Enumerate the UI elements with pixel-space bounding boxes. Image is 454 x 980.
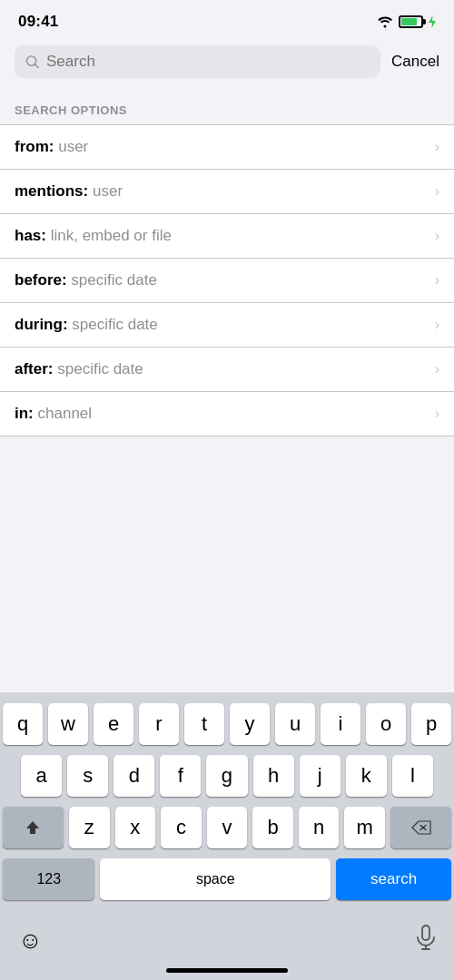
- space-key[interactable]: space: [100, 858, 331, 900]
- key-g[interactable]: g: [206, 755, 247, 797]
- chevron-icon: ›: [435, 361, 439, 377]
- svg-rect-4: [422, 926, 429, 940]
- option-text: during: specific date: [15, 316, 158, 334]
- key-u[interactable]: u: [275, 703, 315, 745]
- home-bar: [166, 968, 288, 973]
- key-row-2: a s d f g h j k l: [3, 755, 451, 797]
- battery-icon: [399, 15, 423, 28]
- key-z[interactable]: z: [69, 807, 110, 848]
- option-row[interactable]: from: user ›: [0, 125, 454, 170]
- key-m[interactable]: m: [344, 807, 385, 848]
- option-row[interactable]: before: specific date ›: [0, 259, 454, 303]
- search-key[interactable]: search: [336, 858, 451, 900]
- key-row-4: 123 space search: [3, 858, 451, 900]
- chevron-icon: ›: [435, 139, 439, 155]
- option-text: has: link, embed or file: [15, 227, 172, 245]
- key-l[interactable]: l: [392, 755, 433, 797]
- home-indicator: [0, 965, 454, 980]
- mic-button[interactable]: [412, 921, 439, 959]
- bottom-toolbar: ☺: [0, 916, 454, 965]
- section-header: SEARCH OPTIONS: [0, 85, 454, 124]
- chevron-icon: ›: [435, 272, 439, 289]
- key-x[interactable]: x: [115, 807, 156, 848]
- option-row[interactable]: during: specific date ›: [0, 303, 454, 348]
- search-input[interactable]: [46, 53, 370, 71]
- key-i[interactable]: i: [321, 703, 360, 745]
- key-row-3: z x c v b n m: [3, 807, 451, 848]
- key-s[interactable]: s: [67, 755, 108, 797]
- key-n[interactable]: n: [299, 807, 340, 848]
- key-k[interactable]: k: [346, 755, 387, 797]
- option-text: before: specific date: [15, 271, 157, 289]
- key-j[interactable]: j: [300, 755, 340, 797]
- key-r[interactable]: r: [139, 703, 179, 745]
- key-f[interactable]: f: [160, 755, 201, 797]
- option-row[interactable]: after: specific date ›: [0, 348, 454, 392]
- key-a[interactable]: a: [21, 755, 62, 797]
- key-t[interactable]: t: [184, 703, 224, 745]
- charging-icon: [429, 15, 436, 28]
- option-row[interactable]: mentions: user ›: [0, 170, 454, 214]
- wifi-icon: [377, 15, 393, 28]
- key-o[interactable]: o: [366, 703, 406, 745]
- option-text: after: specific date: [15, 360, 143, 378]
- status-bar: 09:41: [0, 0, 454, 38]
- chevron-icon: ›: [435, 406, 439, 422]
- search-bar-container: Cancel: [0, 38, 454, 85]
- key-d[interactable]: d: [114, 755, 154, 797]
- option-row[interactable]: has: link, embed or file ›: [0, 214, 454, 259]
- svg-line-1: [35, 64, 38, 68]
- key-y[interactable]: y: [230, 703, 270, 745]
- key-h[interactable]: h: [253, 755, 294, 797]
- key-p[interactable]: p: [411, 703, 451, 745]
- emoji-button[interactable]: ☺: [15, 923, 46, 958]
- status-icons: [377, 15, 436, 28]
- num-key[interactable]: 123: [3, 858, 94, 900]
- option-row[interactable]: in: channel ›: [0, 392, 454, 436]
- key-w[interactable]: w: [48, 703, 88, 745]
- key-v[interactable]: v: [207, 807, 248, 848]
- key-e[interactable]: e: [94, 703, 133, 745]
- chevron-icon: ›: [435, 317, 439, 333]
- key-c[interactable]: c: [161, 807, 202, 848]
- search-icon: [25, 54, 39, 69]
- chevron-icon: ›: [435, 228, 439, 244]
- option-text: mentions: user: [15, 182, 123, 201]
- options-list: from: user › mentions: user › has: link,…: [0, 124, 454, 436]
- backspace-key[interactable]: [390, 807, 451, 848]
- chevron-icon: ›: [435, 183, 439, 200]
- key-b[interactable]: b: [252, 807, 293, 848]
- shift-key[interactable]: [3, 807, 64, 848]
- key-q[interactable]: q: [3, 703, 43, 745]
- keyboard[interactable]: q w e r t y u i o p a s d f g h j k l: [0, 692, 454, 980]
- option-text: from: user: [15, 138, 88, 156]
- cancel-button[interactable]: Cancel: [391, 53, 439, 71]
- search-input-wrapper[interactable]: [15, 45, 380, 78]
- key-row-1: q w e r t y u i o p: [3, 703, 451, 745]
- status-time: 09:41: [18, 13, 58, 31]
- option-text: in: channel: [15, 405, 92, 423]
